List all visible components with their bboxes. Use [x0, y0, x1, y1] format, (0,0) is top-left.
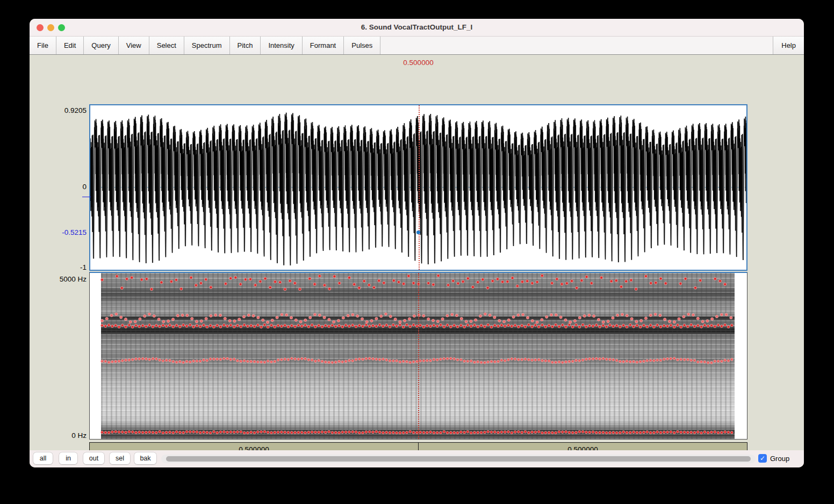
- waveform-panel[interactable]: [89, 104, 747, 271]
- menu-query[interactable]: Query: [84, 37, 118, 54]
- group-checkbox-label: Group: [770, 455, 789, 463]
- cursor-sample-marker: [416, 231, 420, 234]
- waveform-min-label: -1: [33, 263, 87, 271]
- checkmark-icon: ✓: [758, 454, 767, 463]
- menu-intensity[interactable]: Intensity: [261, 37, 302, 54]
- spectrogram-panel[interactable]: [89, 272, 747, 440]
- praat-sound-editor-window: 6. Sound VocalTractOutput_LF_I File Edit…: [30, 19, 804, 467]
- zoom-sel-button[interactable]: sel: [110, 452, 130, 464]
- editor-content: 0.500000 0.9205 0 -0.5215 -1 5000 Hz 0 H…: [30, 54, 804, 467]
- menu-select[interactable]: Select: [149, 37, 184, 54]
- cursor-amplitude-label: -0.5215: [33, 228, 87, 236]
- waveform-max-label: 0.9205: [33, 106, 87, 114]
- menu-spectrum[interactable]: Spectrum: [184, 37, 230, 54]
- menu-edit[interactable]: Edit: [56, 37, 84, 54]
- menu-view[interactable]: View: [119, 37, 149, 54]
- titlebar: 6. Sound VocalTractOutput_LF_I: [30, 19, 804, 37]
- cursor-time-label: 0.500000: [386, 59, 451, 67]
- time-scrollbar-thumb[interactable]: [166, 456, 751, 462]
- zoom-out-button[interactable]: out: [83, 452, 104, 464]
- cursor-amplitude-tick: [82, 197, 91, 197]
- group-checkbox[interactable]: ✓: [758, 454, 767, 463]
- menu-file[interactable]: File: [30, 37, 56, 54]
- menu-pulses[interactable]: Pulses: [344, 37, 380, 54]
- spectrogram-max-label: 5000 Hz: [33, 275, 87, 283]
- zoom-bak-button[interactable]: bak: [134, 452, 156, 464]
- bottom-controls: all in out sel bak ✓ Group: [30, 450, 804, 467]
- menu-formant[interactable]: Formant: [303, 37, 344, 54]
- window-title: 6. Sound VocalTractOutput_LF_I: [30, 19, 804, 36]
- cursor-line-waveform[interactable]: [419, 105, 420, 270]
- spectrogram-min-label: 0 Hz: [33, 431, 87, 440]
- time-scrollbar[interactable]: [161, 455, 756, 463]
- zoom-all-button[interactable]: all: [33, 452, 53, 464]
- menu-pitch[interactable]: Pitch: [230, 37, 261, 54]
- menu-help[interactable]: Help: [773, 37, 804, 54]
- zoom-in-button[interactable]: in: [59, 452, 77, 464]
- cursor-line-spectrogram[interactable]: [418, 273, 419, 439]
- waveform-zero-label: 0: [33, 183, 87, 191]
- menubar: File Edit Query View Select Spectrum Pit…: [30, 37, 804, 55]
